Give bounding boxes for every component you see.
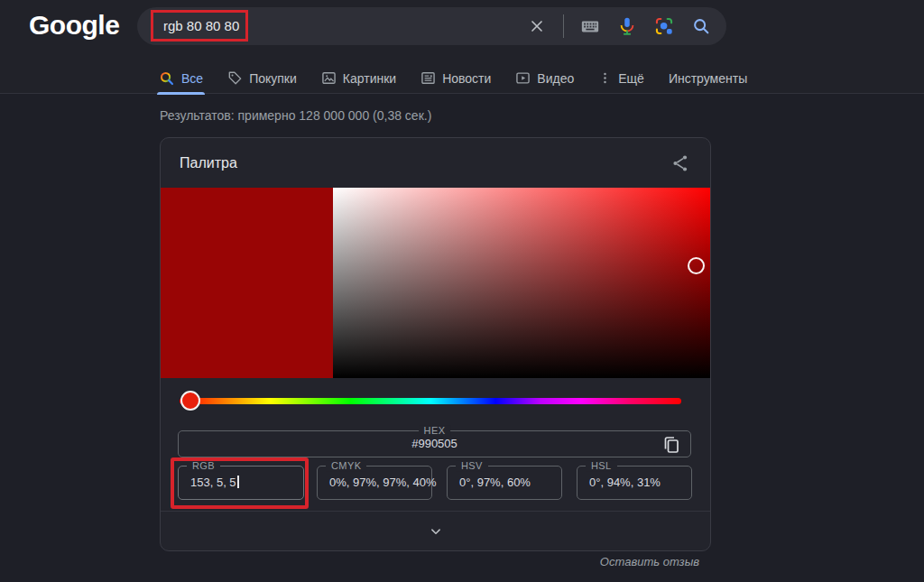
hsv-field[interactable]: HSV 0°, 97%, 60% bbox=[447, 466, 562, 500]
copy-hex-button[interactable] bbox=[661, 434, 682, 456]
share-icon bbox=[670, 152, 691, 174]
search-submit-button[interactable] bbox=[690, 15, 712, 37]
chevron-down-icon bbox=[428, 523, 444, 540]
tab-more[interactable]: Ещё bbox=[598, 71, 644, 86]
lens-icon bbox=[654, 16, 674, 36]
search-query-text[interactable]: rgb 80 80 80 bbox=[163, 18, 239, 33]
selected-color-swatch bbox=[161, 188, 333, 378]
google-search-page: Google rgb 80 80 80 bbox=[0, 0, 924, 582]
share-button[interactable] bbox=[670, 152, 691, 174]
search-input[interactable]: rgb 80 80 80 bbox=[137, 7, 726, 45]
tab-news[interactable]: Новости bbox=[420, 70, 491, 86]
tab-label: Покупки bbox=[249, 71, 297, 86]
news-icon bbox=[420, 70, 436, 86]
tab-label: Картинки bbox=[343, 71, 396, 86]
more-dots-icon bbox=[598, 71, 612, 85]
lens-search-button[interactable] bbox=[653, 15, 675, 37]
search-query-wrap: rgb 80 80 80 bbox=[163, 18, 239, 34]
search-icon bbox=[691, 16, 711, 36]
hex-field[interactable]: HEX #990505 bbox=[178, 430, 691, 457]
close-icon bbox=[528, 17, 546, 35]
keyboard-icon bbox=[580, 16, 600, 36]
mic-icon bbox=[617, 16, 637, 36]
result-tabs: Все Покупки Картинки bbox=[159, 63, 711, 93]
tab-shopping[interactable]: Покупки bbox=[227, 70, 297, 86]
rgb-field-value: 153, 5, 5 bbox=[190, 476, 236, 489]
google-logo[interactable]: Google bbox=[29, 10, 119, 41]
rgb-field[interactable]: RGB 153, 5, 5 bbox=[178, 466, 304, 500]
search-bar-actions bbox=[526, 14, 726, 38]
hsv-field-label: HSV bbox=[456, 460, 488, 471]
copy-icon bbox=[661, 434, 682, 456]
color-area bbox=[161, 188, 710, 378]
tab-tools[interactable]: Инструменты bbox=[669, 71, 747, 86]
hex-field-label: HEX bbox=[419, 425, 451, 436]
tab-all[interactable]: Все bbox=[159, 70, 203, 87]
color-picker-card: Палитра HEX #990505 bbox=[160, 137, 711, 551]
text-cursor bbox=[237, 476, 239, 488]
tab-label: Все bbox=[181, 71, 203, 86]
tab-label: Инструменты bbox=[669, 71, 747, 86]
hue-slider[interactable] bbox=[180, 398, 681, 404]
search-colored-icon bbox=[159, 70, 175, 87]
cmyk-field-label: CMYK bbox=[326, 460, 366, 471]
tab-images[interactable]: Картинки bbox=[321, 70, 396, 86]
virtual-keyboard-button[interactable] bbox=[579, 15, 601, 37]
tag-icon bbox=[227, 70, 243, 86]
hsl-field[interactable]: HSL 0°, 94%, 31% bbox=[577, 466, 692, 500]
tab-label: Видео bbox=[537, 71, 574, 86]
color-selection-handle[interactable] bbox=[688, 257, 705, 274]
tab-label: Новости bbox=[442, 71, 491, 86]
cmyk-field[interactable]: CMYK 0%, 97%, 97%, 40% bbox=[317, 466, 432, 500]
voice-search-button[interactable] bbox=[616, 15, 638, 37]
feedback-link[interactable]: Оставить отзыв bbox=[600, 555, 699, 568]
hue-slider-handle[interactable] bbox=[180, 391, 200, 411]
results-stats: Результатов: примерно 128 000 000 (0,38 … bbox=[160, 108, 431, 123]
search-bar-divider bbox=[563, 14, 564, 38]
header-bar: Google rgb 80 80 80 bbox=[0, 0, 924, 94]
image-icon bbox=[321, 70, 337, 86]
video-icon bbox=[515, 70, 531, 86]
rgb-field-label: RGB bbox=[187, 460, 220, 471]
card-header: Палитра bbox=[161, 138, 710, 188]
expand-button[interactable] bbox=[161, 512, 710, 551]
card-title: Палитра bbox=[180, 155, 237, 171]
hsl-field-label: HSL bbox=[586, 460, 617, 471]
saturation-value-gradient[interactable] bbox=[333, 188, 710, 378]
tab-label: Ещё bbox=[618, 71, 644, 86]
tab-video[interactable]: Видео bbox=[515, 70, 574, 86]
clear-search-button[interactable] bbox=[526, 15, 548, 37]
